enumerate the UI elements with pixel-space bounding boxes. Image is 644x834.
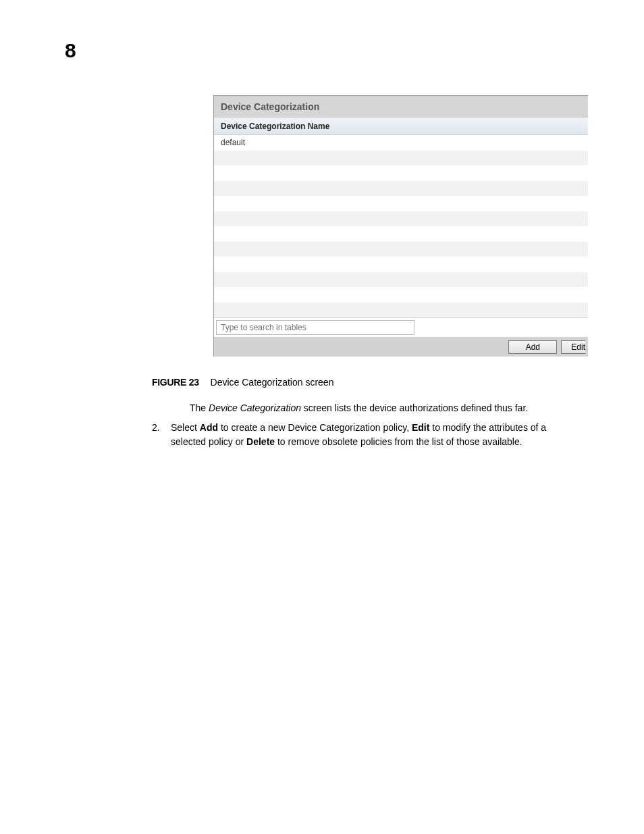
- edit-button[interactable]: Edit: [561, 340, 585, 354]
- table-row[interactable]: [214, 196, 588, 211]
- description-text: The Device Categorization screen lists t…: [190, 401, 528, 415]
- search-input[interactable]: [216, 320, 414, 335]
- bold-edit: Edit: [412, 422, 429, 433]
- step-instruction: 2. Select Add to create a new Device Cat…: [152, 421, 584, 449]
- figure-caption: FIGURE 23 Device Categorization screen: [152, 377, 333, 388]
- italic-term: Device Categorization: [209, 402, 301, 413]
- page-number: 8: [65, 39, 76, 62]
- column-header-name[interactable]: Device Categorization Name: [214, 118, 588, 135]
- step-number: 2.: [152, 421, 160, 435]
- table-row[interactable]: [214, 257, 588, 272]
- device-categorization-panel: Device Categorization Device Categorizat…: [213, 95, 588, 357]
- figure-text: Device Categorization screen: [211, 377, 334, 388]
- button-bar: Add Edit: [214, 338, 588, 357]
- step-body: Select Add to create a new Device Catego…: [171, 421, 584, 449]
- table-row[interactable]: [214, 242, 588, 257]
- bold-add: Add: [200, 422, 218, 433]
- search-bar: [214, 317, 588, 338]
- table-row[interactable]: [214, 181, 588, 197]
- table-row[interactable]: [214, 211, 588, 227]
- add-button[interactable]: Add: [508, 340, 557, 354]
- table-row[interactable]: [214, 165, 588, 181]
- table-row[interactable]: [214, 272, 588, 288]
- figure-label: FIGURE 23: [152, 377, 199, 388]
- table-row[interactable]: [214, 151, 588, 166]
- bold-delete: Delete: [246, 436, 275, 447]
- table-row[interactable]: [214, 287, 588, 303]
- table-row[interactable]: default: [214, 135, 588, 151]
- table-row[interactable]: [214, 303, 588, 318]
- table-row[interactable]: [214, 226, 588, 242]
- panel-title: Device Categorization: [214, 95, 588, 118]
